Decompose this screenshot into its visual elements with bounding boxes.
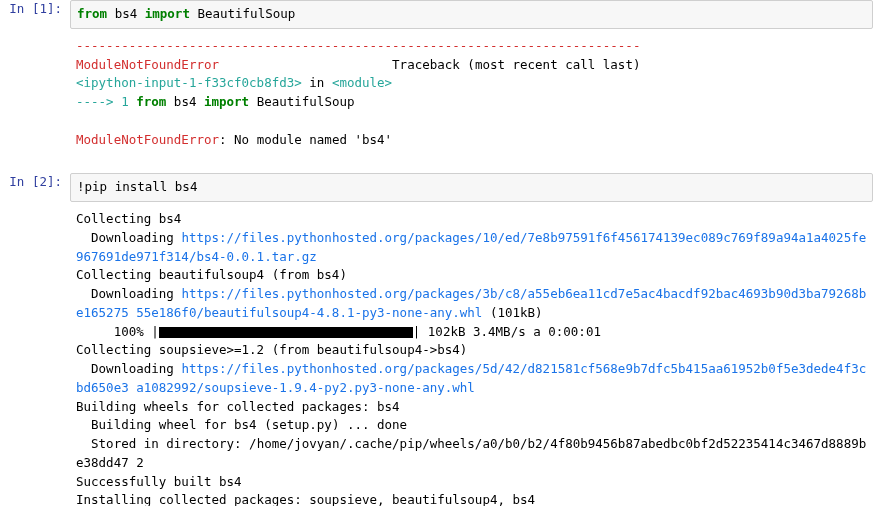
error-dashes: ----------------------------------------… (76, 38, 640, 53)
link-soupsieve-whl[interactable]: https://files.pythonhosted.org/packages/… (76, 361, 866, 395)
traceback-label: Traceback (most recent call last) (392, 57, 640, 72)
out-l2a: Downloading (76, 230, 181, 245)
final-error-msg: : No module named 'bs4' (219, 132, 392, 147)
cell-1-input-row: In [1]: from bs4 import BeautifulSoup (0, 0, 873, 29)
cell-1-code: from bs4 import BeautifulSoup (77, 5, 866, 24)
cell-2-output-row: Collecting bs4 Downloading https://files… (0, 208, 873, 506)
name2: BeautifulSoup (249, 94, 354, 109)
cell-2-code: !pip install bs4 (77, 178, 866, 197)
cell-1-output-row: ----------------------------------------… (0, 35, 873, 154)
out-l11: Installing collected packages: soupsieve… (76, 492, 535, 506)
error-name: ModuleNotFoundError (76, 57, 219, 72)
name-bs: BeautifulSoup (197, 6, 295, 21)
progress-pre: 100% | (76, 324, 159, 339)
link-beautifulsoup4-whl[interactable]: https://files.pythonhosted.org/packages/… (76, 286, 866, 320)
kw-import: import (145, 6, 190, 21)
out-l10: Successfully built bs4 (76, 474, 242, 489)
cell-1-input[interactable]: from bs4 import BeautifulSoup (70, 0, 873, 29)
out-l5: Collecting soupsieve>=1.2 (from beautifu… (76, 342, 467, 357)
mod2: bs4 (166, 94, 204, 109)
cell-2-output: Collecting bs4 Downloading https://files… (70, 208, 873, 506)
out-l3: Collecting beautifulsoup4 (from bs4) (76, 267, 347, 282)
cell-2-input[interactable]: !pip install bs4 (70, 173, 873, 202)
out-l4a: Downloading (76, 286, 181, 301)
out-l1: Collecting bs4 (76, 211, 181, 226)
progress-post: | 102kB 3.4MB/s a 0:00:01 (413, 324, 601, 339)
out-l9: Stored in directory: /home/jovyan/.cache… (76, 436, 866, 470)
import2: import (204, 94, 249, 109)
cell-2-input-row: In [2]: !pip install bs4 (0, 173, 873, 202)
spacer (0, 159, 873, 173)
kw-from: from (77, 6, 107, 21)
out-l6a: Downloading (76, 361, 181, 376)
out-l4c: (101kB) (482, 305, 542, 320)
link-bs4-targz[interactable]: https://files.pythonhosted.org/packages/… (76, 230, 866, 264)
frame-file: <ipython-input-1-f33cf0cb8fd3> (76, 75, 302, 90)
final-error-name: ModuleNotFoundError (76, 132, 219, 147)
module-word: <module> (332, 75, 392, 90)
progress-bar (159, 327, 413, 338)
cell-1-prompt: In [1]: (0, 0, 70, 19)
out-l8: Building wheel for bs4 (setup.py) ... do… (76, 417, 407, 432)
arrow: ----> 1 (76, 94, 136, 109)
out-l7: Building wheels for collected packages: … (76, 399, 400, 414)
mod-bs4: bs4 (115, 6, 138, 21)
in-word: in (302, 75, 332, 90)
cell-2-prompt: In [2]: (0, 173, 70, 192)
cell-1-output: ----------------------------------------… (70, 35, 873, 154)
from2: from (136, 94, 166, 109)
